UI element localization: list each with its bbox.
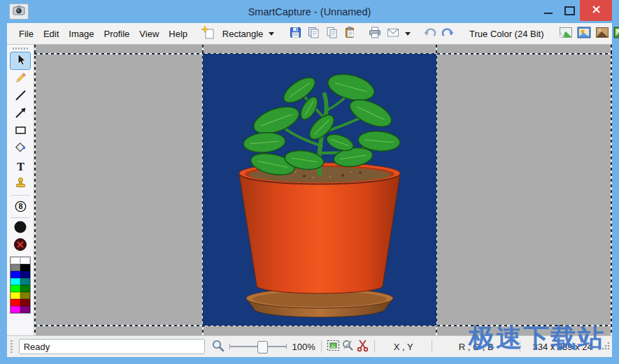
maximize-button[interactable] — [559, 1, 580, 20]
menu-edit[interactable]: Edit — [38, 26, 64, 42]
tool-select[interactable] — [10, 52, 31, 70]
palette-swatch[interactable] — [20, 264, 30, 271]
zoom-button[interactable] — [211, 339, 225, 354]
redo-button[interactable] — [439, 25, 456, 42]
save-button[interactable] — [287, 25, 304, 42]
color-palette — [10, 256, 31, 314]
print-icon — [368, 26, 382, 41]
palette-swatch[interactable] — [20, 257, 30, 264]
palette-swatch[interactable] — [20, 292, 30, 299]
close-button[interactable] — [580, 0, 612, 21]
palette-swatch[interactable] — [10, 278, 20, 285]
selection-mode-button[interactable] — [326, 339, 341, 354]
palette-swatch[interactable] — [10, 306, 20, 313]
resize-grip[interactable] — [600, 340, 611, 353]
status-message-box: Ready — [19, 339, 205, 354]
window-title: SmartCapture - (Unnamed) — [0, 6, 619, 17]
zoom-slider[interactable] — [229, 340, 286, 353]
paste-button[interactable] — [341, 25, 358, 42]
menu-view[interactable]: View — [134, 26, 164, 42]
menu-file[interactable]: File — [14, 26, 38, 42]
palette-swatch[interactable] — [10, 299, 20, 306]
tool-panel-grip[interactable] — [13, 48, 28, 50]
title-bar: SmartCapture - (Unnamed) — [0, 0, 619, 23]
tool-stamp[interactable] — [10, 175, 30, 192]
sepia-effect-button[interactable] — [594, 25, 611, 42]
tool-separator — [11, 195, 29, 196]
print-button[interactable] — [367, 25, 383, 42]
palette-swatch[interactable] — [20, 271, 30, 278]
zoom-slider-thumb[interactable] — [257, 341, 268, 354]
cut-button[interactable] — [355, 339, 370, 354]
color-transparent[interactable] — [10, 238, 30, 254]
redo-icon — [441, 26, 455, 41]
tool-text[interactable]: T — [10, 158, 30, 175]
tool-counter[interactable]: 8 — [10, 198, 30, 214]
color-current[interactable] — [10, 220, 30, 237]
resize-image-button[interactable] — [612, 25, 619, 42]
sepia-image-icon — [595, 27, 609, 41]
transparency-button[interactable] — [557, 25, 574, 42]
duplicate-button[interactable] — [305, 25, 322, 42]
color-picker-icon — [341, 339, 355, 354]
palette-swatch[interactable] — [20, 299, 30, 306]
counter-tool-glyph: 8 — [18, 202, 22, 210]
palette-swatch[interactable] — [10, 292, 20, 299]
save-icon — [289, 26, 302, 41]
palette-swatch[interactable] — [20, 285, 30, 292]
guide-line-right-edge — [611, 45, 612, 336]
palette-swatch[interactable] — [10, 285, 20, 292]
menu-profile[interactable]: Profile — [99, 26, 135, 42]
palette-swatch[interactable] — [10, 264, 20, 271]
tool-line[interactable] — [10, 88, 30, 105]
pencil-icon — [14, 71, 27, 87]
tool-fill[interactable] — [10, 140, 30, 157]
close-icon — [592, 4, 601, 17]
menu-image[interactable]: Image — [64, 26, 99, 42]
slider-tick — [286, 344, 287, 349]
color-depth-label: True Color (24 Bit) — [464, 29, 549, 39]
minimize-button[interactable] — [538, 1, 559, 20]
palette-swatch[interactable] — [10, 257, 20, 264]
line-icon — [14, 89, 27, 105]
color-adjust-button[interactable] — [576, 25, 592, 42]
status-message: Ready — [24, 342, 50, 352]
tool-pencil[interactable] — [10, 71, 30, 87]
palette-swatch[interactable] — [20, 306, 30, 313]
tool-rectangle[interactable] — [10, 123, 30, 140]
cursor-position-label: X , Y — [379, 342, 427, 352]
captured-image[interactable] — [203, 54, 436, 326]
paint-bucket-icon — [14, 141, 27, 157]
new-capture-button[interactable] — [200, 25, 217, 42]
statusbar-separator — [520, 340, 520, 353]
paste-icon — [343, 26, 357, 41]
statusbar-separator — [432, 340, 432, 353]
send-options-dropdown[interactable] — [403, 25, 413, 42]
current-color-icon — [13, 220, 27, 237]
statusbar-grip[interactable] — [10, 340, 13, 353]
arrow-icon — [14, 106, 27, 122]
app-menu-button[interactable] — [9, 3, 29, 20]
menu-help[interactable]: Help — [164, 26, 192, 42]
marquee-selection-icon — [327, 340, 340, 354]
palette-swatch[interactable] — [10, 271, 20, 278]
minimize-icon — [544, 13, 553, 14]
maximize-icon — [564, 6, 575, 15]
text-tool-glyph: T — [17, 161, 24, 173]
duplicate-icon — [307, 26, 320, 41]
menu-toolbar: File Edit Image Profile View Help Rectan… — [7, 23, 612, 45]
chevron-down-icon — [405, 32, 411, 36]
email-button[interactable] — [385, 25, 401, 42]
undo-button[interactable] — [421, 25, 438, 42]
tool-arrow[interactable] — [10, 105, 30, 122]
status-bar: Ready 100% — [7, 335, 612, 357]
rectangle-icon — [14, 124, 27, 140]
magnifier-icon — [211, 339, 225, 355]
canvas-workspace[interactable] — [34, 45, 612, 336]
capture-shape-dropdown[interactable]: Rectangle — [218, 25, 278, 42]
copy-button[interactable] — [323, 25, 340, 42]
color-picker-button[interactable] — [341, 339, 355, 354]
copy-icon — [325, 26, 339, 41]
camera-icon — [13, 5, 25, 18]
palette-swatch[interactable] — [20, 278, 30, 285]
